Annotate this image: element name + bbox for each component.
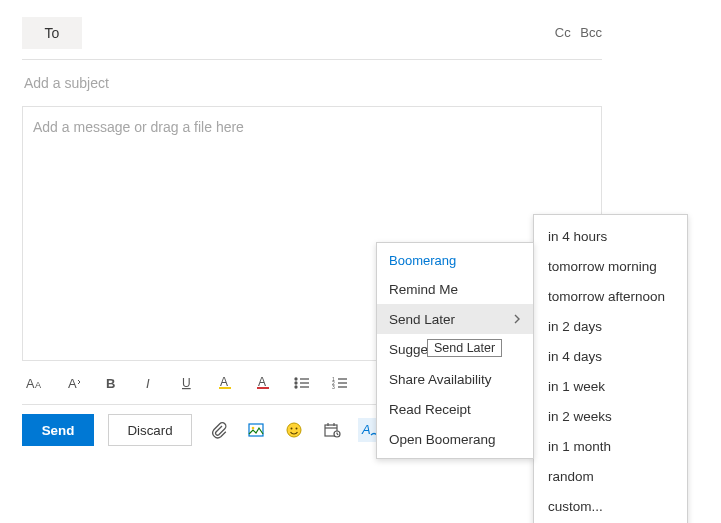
submenu-item[interactable]: in 2 weeks: [534, 401, 687, 431]
svg-point-24: [287, 423, 301, 437]
submenu-label: in 4 hours: [548, 229, 607, 244]
svg-point-14: [295, 386, 297, 388]
svg-point-26: [296, 428, 298, 430]
highlight-icon[interactable]: A: [216, 373, 236, 393]
svg-text:B: B: [106, 376, 115, 390]
number-list-icon[interactable]: 123: [330, 373, 350, 393]
font-color-icon[interactable]: A: [254, 373, 274, 393]
svg-rect-7: [219, 387, 231, 389]
cc-button[interactable]: Cc: [555, 25, 571, 40]
send-later-submenu: in 4 hours tomorrow morning tomorrow aft…: [533, 214, 688, 523]
bcc-button[interactable]: Bcc: [580, 25, 602, 40]
submenu-item[interactable]: custom...: [534, 491, 687, 521]
to-button[interactable]: To: [22, 17, 82, 49]
body-placeholder: Add a message or drag a file here: [33, 119, 244, 135]
svg-point-10: [295, 378, 297, 380]
menu-item-label: Send Later: [389, 312, 455, 327]
attach-icon[interactable]: [206, 418, 230, 442]
menu-item-send-later[interactable]: Send Later: [377, 304, 533, 334]
boomerang-menu: Boomerang Remind Me Send Later Suggest T…: [376, 242, 534, 459]
font-style-icon[interactable]: A: [64, 373, 84, 393]
submenu-label: in 1 month: [548, 439, 611, 454]
tooltip: Send Later: [427, 339, 502, 357]
submenu-item[interactable]: random: [534, 461, 687, 491]
submenu-label: in 2 weeks: [548, 409, 612, 424]
submenu-label: in 2 days: [548, 319, 602, 334]
svg-point-12: [295, 382, 297, 384]
send-button[interactable]: Send: [22, 414, 94, 446]
menu-item-suggest-times[interactable]: Suggest Tim Send Later: [377, 334, 533, 364]
menu-item-label: Open Boomerang: [389, 432, 496, 447]
image-icon[interactable]: [244, 418, 268, 442]
submenu-item[interactable]: tomorrow morning: [534, 251, 687, 281]
menu-item-label: Remind Me: [389, 282, 458, 297]
menu-item-label: Read Receipt: [389, 402, 471, 417]
submenu-item[interactable]: in 4 hours: [534, 221, 687, 251]
svg-text:A: A: [35, 379, 42, 389]
menu-item-label: Share Availability: [389, 372, 492, 387]
svg-text:A: A: [258, 375, 266, 389]
submenu-label: random: [548, 469, 594, 484]
svg-point-23: [252, 427, 255, 430]
menu-item-read-receipt[interactable]: Read Receipt: [377, 394, 533, 424]
submenu-item[interactable]: in 4 days: [534, 341, 687, 371]
svg-rect-9: [257, 387, 269, 389]
menu-item-remind-me[interactable]: Remind Me: [377, 274, 533, 304]
svg-text:A: A: [68, 376, 77, 391]
svg-text:U: U: [182, 376, 191, 390]
svg-point-25: [291, 428, 293, 430]
discard-button[interactable]: Discard: [108, 414, 192, 446]
emoji-icon[interactable]: [282, 418, 306, 442]
chevron-right-icon: [513, 314, 521, 324]
submenu-item[interactable]: in 2 days: [534, 311, 687, 341]
submenu-label: in 1 week: [548, 379, 605, 394]
submenu-label: custom...: [548, 499, 603, 514]
submenu-label: in 4 days: [548, 349, 602, 364]
italic-icon[interactable]: I: [140, 373, 160, 393]
svg-text:A: A: [26, 375, 35, 390]
boomerang-menu-header: Boomerang: [377, 243, 533, 274]
svg-text:I: I: [146, 376, 150, 390]
submenu-label: tomorrow afternoon: [548, 289, 665, 304]
submenu-label: tomorrow morning: [548, 259, 657, 274]
font-size-icon[interactable]: AA: [26, 373, 46, 393]
svg-text:3: 3: [332, 384, 335, 390]
svg-text:A: A: [361, 422, 371, 437]
svg-text:A: A: [220, 375, 228, 389]
svg-line-33: [337, 434, 338, 435]
bold-icon[interactable]: B: [102, 373, 122, 393]
subject-input[interactable]: [22, 74, 602, 92]
menu-item-open-boomerang[interactable]: Open Boomerang: [377, 424, 533, 454]
submenu-item[interactable]: tomorrow afternoon: [534, 281, 687, 311]
submenu-item[interactable]: in 1 week: [534, 371, 687, 401]
menu-item-share-availability[interactable]: Share Availability: [377, 364, 533, 394]
submenu-item[interactable]: in 1 month: [534, 431, 687, 461]
calendar-icon[interactable]: [320, 418, 344, 442]
underline-icon[interactable]: U: [178, 373, 198, 393]
bullet-list-icon[interactable]: [292, 373, 312, 393]
